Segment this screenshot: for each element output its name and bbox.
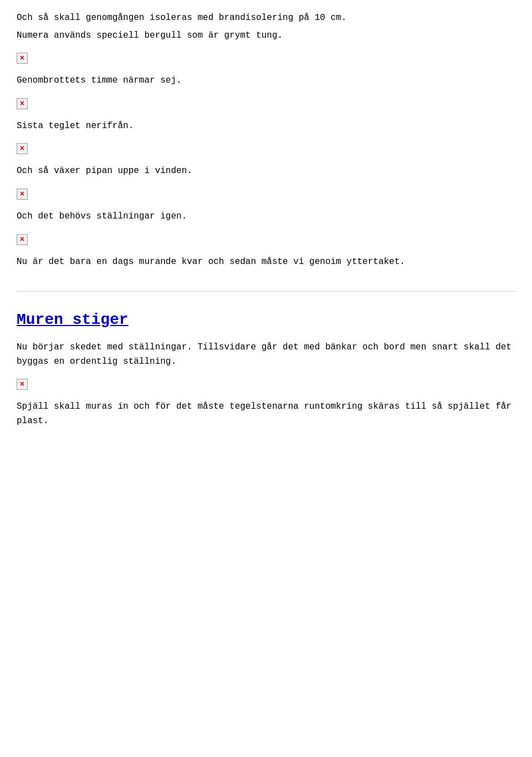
section-block: Muren stiger Nu börjar skedet med ställn… bbox=[17, 308, 515, 428]
paragraph-6: Och det behövs ställningar igen. bbox=[17, 210, 515, 224]
section-paragraph-2: Spjäll skall muras in och för det måste … bbox=[17, 400, 515, 428]
section-paragraph-1: Nu börjar skedet med ställningar. Tillsv… bbox=[17, 341, 515, 369]
section-image-placeholder-1 bbox=[17, 373, 515, 395]
section-divider bbox=[17, 291, 515, 292]
image-placeholder-2 bbox=[17, 93, 515, 115]
main-content: Och så skall genomgången isoleras med br… bbox=[17, 11, 515, 429]
paragraph-3: Genombrottets timme närmar sej. bbox=[17, 74, 515, 88]
paragraph-5: Och så växer pipan uppe i vinden. bbox=[17, 164, 515, 179]
image-placeholder-1 bbox=[17, 47, 515, 69]
image-placeholder-4 bbox=[17, 183, 515, 205]
paragraph-1: Och så skall genomgången isoleras med br… bbox=[17, 11, 515, 26]
paragraph-7: Nu är det bara en dags murande kvar och … bbox=[17, 255, 515, 270]
paragraph-4: Sista teglet nerifrån. bbox=[17, 119, 515, 134]
section-title-link[interactable]: Muren stiger bbox=[17, 308, 515, 332]
paragraph-2: Numera används speciell bergull som är g… bbox=[17, 29, 515, 43]
image-placeholder-3 bbox=[17, 138, 515, 160]
image-placeholder-5 bbox=[17, 228, 515, 251]
